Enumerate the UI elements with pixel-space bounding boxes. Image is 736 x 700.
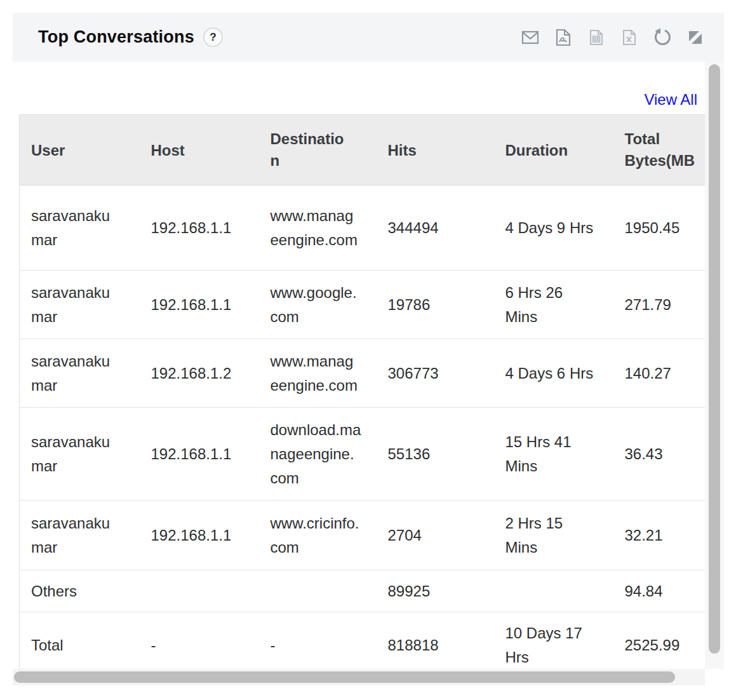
column-header-total-bytes: Total Bytes(MB [613,115,706,185]
cell-total_bytes: 94.84 [613,570,706,612]
cell-host: 192.168.1.1 [140,501,259,570]
cell-user: saravanakumar [20,339,140,408]
cell-total_bytes: 32.21 [613,501,706,570]
cell-destination: www.cricinfo.com [259,501,377,570]
cell-user: saravanakumar [20,271,140,339]
cell-destination: www.manageengine.com [259,185,377,271]
cell-hits: 2704 [377,501,494,570]
column-header-destination: Destination [259,115,377,185]
table-row: saravanakumar192.168.1.1www.cricinfo.com… [20,501,706,570]
table-row: saravanakumar192.168.1.1www.manageengine… [20,185,706,271]
table-header-row: User Host Destination Hits Duration Tota… [20,115,706,185]
table-row: Total--81881810 Days 17 Hrs2525.99 [20,612,706,670]
cell-hits: 818818 [377,612,494,670]
cell-user: saravanakumar [20,501,140,570]
table-row: saravanakumar192.168.1.2www.manageengine… [20,339,706,408]
table-body: saravanakumar192.168.1.1www.manageengine… [20,185,706,670]
cell-total_bytes: 36.43 [613,408,706,501]
cell-host: 192.168.1.1 [140,271,259,339]
horizontal-scrollbar[interactable] [13,669,705,685]
widget-header: Top Conversations ? [13,13,724,62]
expand-icon[interactable] [686,28,705,47]
cell-destination [259,570,377,612]
widget-toolbar [521,28,705,47]
refresh-icon[interactable] [653,28,672,47]
column-header-user: User [20,115,140,185]
cell-user: saravanakumar [20,408,140,501]
cell-duration: 6 Hrs 26 Mins [494,271,613,339]
cell-host [140,570,259,612]
cell-host: 192.168.1.1 [140,185,259,271]
vertical-scrollbar[interactable] [705,62,724,669]
email-icon[interactable] [521,28,540,47]
vertical-scrollbar-thumb[interactable] [709,64,720,654]
column-header-duration: Duration [494,115,613,185]
cell-destination: - [259,612,377,670]
cell-duration: 10 Days 17 Hrs [494,612,613,670]
top-conversations-widget: Top Conversations ? [13,13,724,685]
cell-hits: 19786 [377,271,494,339]
cell-hits: 89925 [377,570,494,612]
horizontal-scrollbar-thumb[interactable] [14,671,675,683]
csv-export-icon[interactable] [587,28,606,47]
cell-user: Total [20,612,140,670]
cell-destination: www.manageengine.com [259,339,377,408]
column-header-host: Host [140,115,259,185]
cell-host: - [140,612,259,670]
excel-export-icon[interactable] [620,28,639,47]
widget-body: View All User Host Destination Hits Dura… [13,62,705,669]
table-row: saravanakumar192.168.1.1www.google.com19… [20,271,706,339]
cell-duration: 2 Hrs 15 Mins [494,501,613,570]
cell-total_bytes: 2525.99 [613,612,706,670]
column-header-hits: Hits [377,115,494,185]
cell-duration: 15 Hrs 41 Mins [494,408,613,501]
cell-hits: 344494 [377,185,494,271]
widget-title: Top Conversations [38,27,194,47]
cell-destination: download.manageengine.com [259,408,377,501]
conversations-table: User Host Destination Hits Duration Tota… [19,114,705,669]
cell-duration: 4 Days 6 Hrs [494,339,613,408]
view-all-link[interactable]: View All [644,91,697,108]
table-row: Others8992594.84 [20,570,706,612]
help-icon[interactable]: ? [203,27,223,47]
cell-hits: 306773 [377,339,494,408]
cell-total_bytes: 140.27 [613,339,706,408]
cell-user: Others [20,570,140,612]
cell-hits: 55136 [377,408,494,501]
cell-total_bytes: 1950.45 [613,185,706,271]
cell-destination: www.google.com [259,271,377,339]
table-row: saravanakumar192.168.1.1download.managee… [20,408,706,501]
cell-duration: 4 Days 9 Hrs [494,185,613,271]
cell-host: 192.168.1.1 [140,408,259,501]
cell-total_bytes: 271.79 [613,271,706,339]
cell-user: saravanakumar [20,185,140,271]
pdf-export-icon[interactable] [554,28,573,47]
cell-duration [494,570,613,612]
cell-host: 192.168.1.2 [140,339,259,408]
